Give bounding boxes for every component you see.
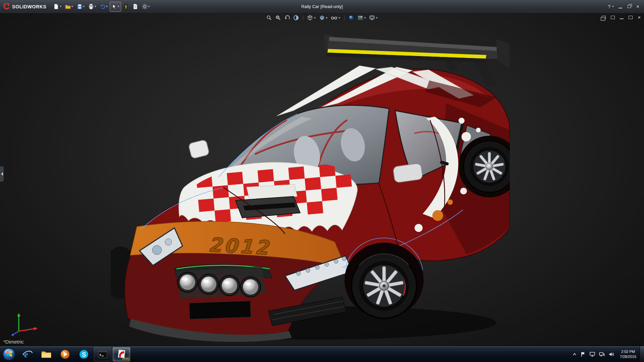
dropdown-arrow-icon[interactable]: ▾ — [364, 16, 366, 19]
display-style-cube-icon — [319, 15, 325, 20]
minimize-icon[interactable] — [619, 8, 622, 8]
folder-icon — [41, 349, 52, 360]
print-button[interactable]: ▾ — [87, 2, 98, 12]
taskbar-internet-explorer[interactable]: e — [19, 347, 36, 361]
file-properties-button[interactable] — [131, 2, 140, 12]
reference-triad — [9, 310, 41, 337]
select-cursor-icon — [111, 4, 117, 9]
windows-taskbar: e S — [0, 346, 644, 362]
rally-car-model[interactable]: 2012 — [111, 19, 510, 346]
close-icon[interactable]: × — [636, 4, 639, 9]
show-desktop-button[interactable] — [640, 346, 644, 362]
undo-button[interactable]: ▾ — [98, 2, 110, 12]
options-gear-icon — [142, 4, 148, 9]
taskbar-command-prompt[interactable] — [94, 347, 111, 361]
doc-close-icon[interactable]: × — [638, 15, 641, 20]
open-button[interactable]: ▾ — [63, 2, 75, 12]
internet-explorer-icon: e — [22, 349, 33, 360]
dropdown-arrow-icon[interactable]: ▾ — [71, 5, 73, 8]
solidworks-logo-icon — [3, 3, 10, 10]
action-center-flag-icon[interactable] — [581, 352, 586, 357]
display-style-button[interactable]: ▾ — [319, 14, 328, 21]
restore-icon[interactable] — [628, 5, 631, 8]
dropdown-arrow-icon[interactable]: ▾ — [338, 16, 340, 19]
volume-icon[interactable] — [609, 352, 614, 357]
hide-show-glasses-icon — [331, 15, 337, 20]
tray-chevron-icon[interactable] — [572, 352, 577, 356]
rebuild-traffic-light-icon — [123, 4, 129, 9]
undo-arrow-icon — [100, 4, 106, 9]
panel-collapse-handle[interactable] — [0, 166, 4, 182]
rally-lamps — [176, 266, 266, 299]
dropdown-arrow-icon[interactable]: ▾ — [106, 5, 108, 8]
desktop: SOLIDWORKS ▾ ▾ ▾ ▾ ▾ — [0, 0, 644, 362]
taskbar-windows-explorer[interactable] — [38, 347, 55, 361]
solidworks-version-badge: 2015 — [122, 357, 129, 360]
hide-show-items-button[interactable]: ▾ — [330, 14, 341, 21]
apply-scene-button[interactable]: ▾ — [357, 14, 367, 21]
titlebar: SOLIDWORKS ▾ ▾ ▾ ▾ ▾ — [0, 0, 644, 13]
view-settings-button[interactable]: ▾ — [369, 14, 378, 21]
options-button[interactable]: ▾ — [140, 2, 152, 12]
dropdown-arrow-icon[interactable]: ▾ — [95, 5, 96, 8]
zoom-to-area-icon — [275, 15, 281, 20]
previous-view-button[interactable] — [284, 14, 290, 21]
heads-up-view-toolbar: ▾ ▾ ▾ ▾ ▾ — [266, 14, 378, 21]
document-window-controls: × — [602, 15, 641, 20]
tile-window-icon[interactable] — [611, 16, 615, 19]
skype-icon: S — [78, 349, 89, 360]
dropdown-arrow-icon[interactable]: ▾ — [83, 5, 85, 8]
dropdown-arrow-icon[interactable]: ▾ — [118, 5, 119, 8]
save-button[interactable]: ▾ — [75, 2, 87, 12]
zoom-to-fit-icon — [266, 15, 272, 20]
display-icon[interactable] — [589, 352, 595, 357]
solidworks-logo: SOLIDWORKS — [0, 3, 52, 10]
help-button[interactable]: ? ▾ — [608, 4, 613, 9]
edit-appearance-button[interactable] — [348, 14, 355, 21]
appearance-ball-icon — [348, 15, 354, 20]
clock-time: 2:02 PM — [620, 349, 636, 354]
command-prompt-icon — [97, 349, 108, 360]
select-button[interactable]: ▾ — [110, 2, 121, 12]
svg-text:S: S — [82, 351, 86, 358]
view-orientation-button[interactable]: ▾ — [307, 14, 316, 21]
media-player-icon — [60, 349, 70, 360]
apply-scene-icon — [358, 15, 363, 20]
cascade-windows-icon[interactable] — [602, 16, 606, 19]
taskbar-skype[interactable]: S — [75, 347, 93, 361]
dropdown-arrow-icon[interactable]: ▾ — [60, 5, 61, 8]
taskbar-clock[interactable]: 2:02 PM 7/28/2015 — [616, 349, 640, 359]
network-icon[interactable] — [599, 352, 605, 357]
window-controls: × — [619, 4, 639, 9]
open-folder-icon — [65, 4, 71, 9]
windows-start-orb-icon — [2, 348, 16, 361]
taskbar-solidworks[interactable]: 2015 — [113, 347, 130, 361]
view-settings-icon — [369, 15, 375, 20]
section-view-icon — [293, 15, 299, 20]
dropdown-arrow-icon[interactable]: ▾ — [148, 5, 150, 8]
dropdown-arrow-icon[interactable]: ▾ — [376, 16, 378, 19]
new-button[interactable]: ▾ — [52, 2, 63, 12]
rebuild-button[interactable] — [121, 2, 130, 12]
print-icon — [88, 4, 94, 9]
dropdown-arrow-icon[interactable]: ▾ — [314, 16, 316, 19]
section-view-button[interactable] — [293, 14, 300, 21]
view-orientation-label: *Dimetric — [3, 339, 24, 345]
chevron-left-icon — [1, 172, 3, 176]
toolbar-separator — [303, 15, 303, 20]
start-button[interactable] — [0, 346, 18, 362]
zoom-to-area-button[interactable] — [275, 14, 281, 21]
taskbar-media-player[interactable] — [56, 347, 74, 361]
license-plate — [189, 301, 251, 319]
doc-restore-icon[interactable] — [629, 16, 633, 19]
graphics-viewport[interactable]: ▾ ▾ ▾ ▾ ▾ — [0, 13, 644, 346]
zoom-to-fit-button[interactable] — [266, 14, 272, 21]
new-document-icon — [53, 4, 59, 9]
save-floppy-icon — [77, 4, 83, 9]
dropdown-arrow-icon[interactable]: ▾ — [326, 16, 328, 19]
dropdown-arrow-icon[interactable]: ▾ — [612, 5, 614, 8]
doc-minimize-icon[interactable] — [620, 18, 624, 19]
view-orientation-cube-icon — [307, 15, 313, 20]
help-icon: ? — [608, 4, 610, 9]
clock-date: 7/28/2015 — [620, 354, 636, 359]
